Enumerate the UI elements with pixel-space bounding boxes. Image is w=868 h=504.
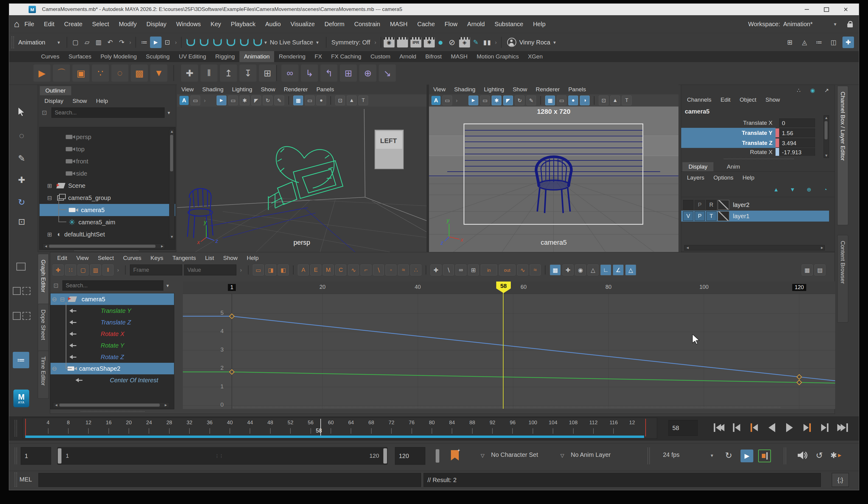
menu-item[interactable]: Audio bbox=[260, 15, 286, 33]
graph-tree-rotate-y[interactable]: Rotate Y bbox=[51, 340, 174, 351]
viewport-menu-item[interactable]: Panels bbox=[312, 85, 338, 94]
range-start-handle[interactable] bbox=[58, 448, 61, 464]
key-edit-icon[interactable]: ⊞ bbox=[468, 265, 479, 276]
go-to-start-button[interactable] bbox=[711, 420, 726, 435]
menu-item[interactable]: Help bbox=[528, 15, 550, 33]
character-set-selector[interactable]: No Character Set bbox=[491, 451, 538, 458]
outliner-item-camera5-group[interactable]: ⊟camera5_group bbox=[40, 192, 175, 204]
shelf-tab[interactable]: FX Caching bbox=[327, 51, 366, 62]
graph-tool-icon[interactable]: ▢ bbox=[78, 265, 89, 276]
time-slider-grip[interactable] bbox=[14, 420, 17, 436]
move-layer-up-icon[interactable]: ▲ bbox=[771, 185, 781, 195]
graph-time-ruler[interactable]: 1 20 40 60 80 100 58 120 bbox=[183, 281, 835, 294]
display-toggle-icon[interactable]: ▲ bbox=[347, 95, 356, 105]
channel-box-menu-item[interactable]: Channels bbox=[682, 95, 716, 104]
display-lights-icon[interactable]: ● bbox=[435, 37, 446, 48]
break-in-tangent-icon[interactable]: in bbox=[481, 265, 497, 276]
shelf-icon[interactable]: ⊞ bbox=[259, 64, 276, 82]
tab-graph-editor[interactable]: Graph Editor bbox=[38, 254, 49, 305]
menu-item[interactable]: Visualize bbox=[286, 15, 320, 33]
script-editor-button[interactable]: {;} bbox=[832, 473, 849, 487]
viewport-menu-item[interactable]: Lighting bbox=[228, 85, 257, 94]
new-scene-icon[interactable]: ▢ bbox=[70, 37, 81, 48]
shelf-icon[interactable]: ↘ bbox=[379, 64, 396, 82]
save-scene-icon[interactable]: ▥ bbox=[93, 37, 104, 48]
graph-tool-icon[interactable]: ∷ bbox=[65, 265, 76, 276]
menu-item[interactable]: Edit bbox=[39, 15, 59, 33]
tangent-type-icon[interactable]: M bbox=[323, 265, 334, 276]
scale-tool-icon[interactable]: ⊡ bbox=[14, 214, 29, 229]
shelf-icon[interactable]: ↰ bbox=[320, 64, 338, 82]
value-field[interactable] bbox=[184, 265, 236, 276]
time-snap-icon[interactable]: ▦ bbox=[550, 265, 561, 276]
graph-tool-icon[interactable]: ▥ bbox=[90, 265, 101, 276]
step-forward-key-button[interactable] bbox=[799, 420, 815, 435]
viewport-tool-icon[interactable]: ✱ bbox=[240, 95, 249, 105]
display-toggle-icon[interactable]: T bbox=[622, 95, 632, 105]
outliner-item-front[interactable]: front bbox=[40, 155, 175, 167]
render-current-frame-icon[interactable] bbox=[397, 37, 408, 48]
speed-dial-icon[interactable]: ◉ bbox=[808, 85, 817, 95]
workspace-value[interactable]: Animation* bbox=[783, 21, 813, 28]
expand-icon[interactable]: ⊞ bbox=[45, 231, 53, 238]
undo-icon[interactable]: ↶ bbox=[104, 37, 116, 48]
fps-selector[interactable]: 24 fps bbox=[663, 451, 679, 458]
group-collapse-icon[interactable]: › bbox=[175, 39, 177, 46]
shelf-icon[interactable]: ⊞ bbox=[340, 64, 357, 82]
no-lights-icon[interactable]: ⊘ bbox=[446, 37, 458, 48]
sync-time-icon[interactable]: ↺ bbox=[814, 450, 825, 461]
group-collapse-icon[interactable]: › bbox=[374, 39, 376, 46]
layer-editor-menu-item[interactable]: Help bbox=[738, 173, 759, 182]
menu-item[interactable]: File bbox=[20, 15, 39, 33]
tab-time-editor[interactable]: Time Editor bbox=[38, 351, 49, 399]
viewport-menu-item[interactable]: View bbox=[429, 85, 450, 94]
menu-item[interactable]: Select bbox=[87, 15, 114, 33]
shelf-icon[interactable]: ⌒ bbox=[53, 64, 70, 82]
tangent-shape-icon[interactable]: ⌐ bbox=[361, 265, 371, 276]
menu-item[interactable]: Flow bbox=[440, 15, 462, 33]
snap-curve-icon[interactable] bbox=[200, 39, 208, 46]
shelf-icon[interactable]: ◌ bbox=[111, 64, 128, 82]
range-grip[interactable] bbox=[14, 448, 17, 464]
menu-item[interactable]: Windows bbox=[171, 15, 206, 33]
key-edit-icon[interactable]: ∞ bbox=[455, 265, 466, 276]
command-grip[interactable] bbox=[14, 472, 17, 487]
buffer-curve-icon[interactable]: ◧ bbox=[278, 265, 289, 276]
viewport-tool-icon[interactable]: ◤ bbox=[503, 95, 513, 105]
channel-row-rotate-x[interactable]: Rotate X -17.913 bbox=[681, 148, 815, 156]
character-controls-icon[interactable]: ◬ bbox=[799, 37, 810, 48]
menu-item[interactable]: Playback bbox=[226, 15, 260, 33]
viewport-persp[interactable]: ViewShadingLightingShowRendererPanels A … bbox=[177, 85, 426, 252]
layer-editor-menu-item[interactable]: Options bbox=[709, 173, 738, 182]
move-key-icon[interactable]: ◉ bbox=[575, 265, 586, 276]
buffer-curve-icon[interactable]: ▭ bbox=[253, 265, 264, 276]
viewport-tool-icon[interactable]: ↻ bbox=[263, 95, 272, 105]
shelf-tab[interactable]: Animation bbox=[239, 51, 275, 62]
outliner-menu-item[interactable]: Show bbox=[68, 96, 92, 106]
character-set-caret-icon[interactable]: ▽ bbox=[481, 453, 484, 458]
shelf-tab[interactable]: XGen bbox=[523, 51, 547, 62]
rotate-tool-icon[interactable]: ↻ bbox=[14, 195, 29, 210]
layer-tab-anim[interactable]: Anim bbox=[721, 162, 746, 171]
channel-row-translate-x[interactable]: Translate X 0 bbox=[681, 118, 815, 128]
attribute-badge-icon[interactable]: A bbox=[179, 96, 189, 105]
shelf-icon[interactable]: ▩ bbox=[131, 64, 148, 82]
select-component-icon[interactable]: ⊡ bbox=[162, 37, 173, 48]
outliner-search-caret-icon[interactable]: ▾ bbox=[168, 110, 170, 116]
attribute-editor-toggle-icon[interactable]: ◫ bbox=[828, 37, 839, 48]
viewport-menu-item[interactable]: Lighting bbox=[480, 85, 509, 94]
move-layer-down-icon[interactable]: ▼ bbox=[788, 185, 797, 195]
shelf-icon[interactable]: ‖ bbox=[200, 64, 218, 82]
live-surface-label[interactable]: No Live Surface bbox=[270, 39, 313, 46]
modeling-toolkit-icon[interactable]: ⊞ bbox=[784, 37, 796, 48]
shelf-icon[interactable]: ↳ bbox=[301, 64, 318, 82]
key-edit-icon[interactable]: ✚ bbox=[431, 265, 442, 276]
frame-field[interactable] bbox=[130, 265, 182, 276]
normalize-curve-icon[interactable]: ∟ bbox=[600, 265, 611, 276]
shelf-icon[interactable]: ⊕ bbox=[359, 64, 376, 82]
outliner-menu-item[interactable]: Display bbox=[40, 96, 68, 106]
make-live-icon[interactable] bbox=[254, 39, 262, 46]
group-collapse-icon[interactable]: › bbox=[495, 39, 497, 46]
menu-item[interactable]: Cache bbox=[413, 15, 440, 33]
outliner-tab[interactable]: Outliner bbox=[40, 86, 71, 95]
